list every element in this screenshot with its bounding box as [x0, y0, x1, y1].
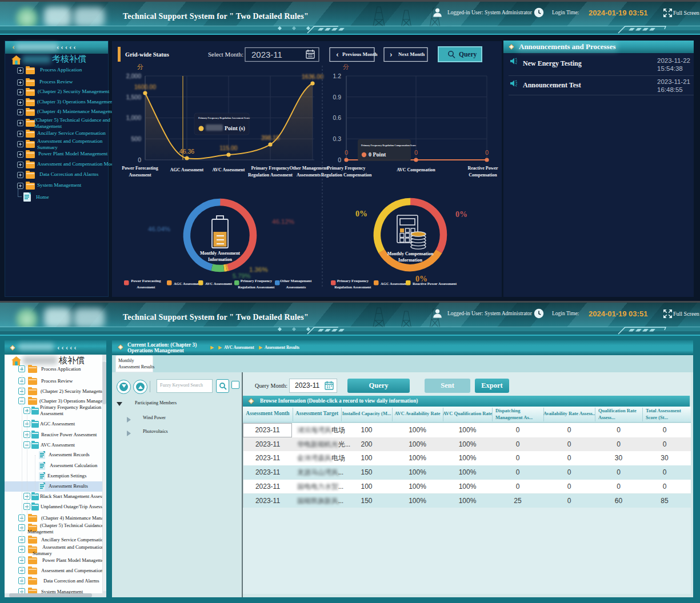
svg-text:Power Forecasting: Power Forecasting	[122, 166, 158, 171]
svg-text:Reactive Power Assessment: Reactive Power Assessment	[413, 282, 457, 286]
svg-text:Point (s): Point (s)	[225, 125, 245, 132]
svg-text:Power Forecasting: Power Forecasting	[131, 279, 161, 283]
svg-text:0: 0	[414, 149, 418, 156]
svg-text:2023-11: 2023-11	[251, 50, 282, 59]
svg-text:AVC Assessment: AVC Assessment	[205, 282, 233, 286]
svg-text:‹: ‹	[336, 50, 339, 59]
svg-text:0 Point: 0 Point	[369, 151, 386, 158]
svg-text:Information: Information	[398, 258, 422, 263]
svg-text:46.12%: 46.12%	[272, 218, 294, 225]
svg-text:1,500: 1,500	[126, 94, 141, 100]
svg-text:1.36%: 1.36%	[249, 266, 268, 273]
svg-text:Primary Frequency Regulation A: Primary Frequency Regulation Assessment …	[198, 116, 250, 119]
svg-text:Primary Frequency: Primary Frequency	[251, 166, 289, 171]
svg-text:1636.00: 1636.00	[302, 73, 323, 80]
svg-text:1.2: 1.2	[333, 73, 341, 79]
svg-text:AVC Assessment: AVC Assessment	[213, 167, 245, 172]
svg-text:Regulation Assessment: Regulation Assessment	[248, 172, 293, 178]
svg-text:0: 0	[345, 149, 348, 156]
svg-text:0: 0	[485, 149, 489, 156]
svg-text:0%: 0%	[455, 210, 467, 219]
svg-text:Monthly Assessment: Monthly Assessment	[200, 251, 240, 256]
svg-text:分: 分	[137, 63, 143, 70]
svg-text:0.9: 0.9	[333, 94, 341, 100]
svg-text:Assessments: Assessments	[286, 285, 306, 289]
svg-text:2,000: 2,000	[126, 73, 141, 79]
svg-text:Other Management: Other Management	[280, 279, 312, 283]
svg-text:Previous Month: Previous Month	[342, 51, 378, 57]
svg-text:0%: 0%	[355, 210, 367, 218]
svg-text:1,000: 1,000	[126, 114, 141, 121]
svg-text:Compensation: Compensation	[469, 172, 497, 178]
svg-text:0.3: 0.3	[333, 135, 341, 142]
svg-text:Regulation Compensation: Regulation Compensation	[321, 172, 372, 178]
svg-text:AGC Assessment: AGC Assessment	[170, 167, 204, 172]
svg-text:AGC Assessment: AGC Assessment	[174, 282, 202, 286]
svg-text:Primary Frequency: Primary Frequency	[327, 166, 365, 171]
svg-text:Primary Frequency Regulation C: Primary Frequency Regulation Compensatio…	[361, 144, 416, 147]
svg-text:0: 0	[338, 156, 341, 163]
svg-text:AGC Assessment: AGC Assessment	[381, 282, 409, 286]
svg-text:Assessments: Assessments	[297, 172, 321, 178]
svg-text:Reactive Power: Reactive Power	[467, 166, 498, 171]
svg-text:Assessment: Assessment	[129, 172, 151, 178]
svg-text:Assessment: Assessment	[137, 285, 155, 289]
svg-text:Next Month: Next Month	[398, 51, 425, 57]
svg-text:分: 分	[343, 63, 349, 70]
svg-text:115.00: 115.00	[219, 144, 237, 151]
svg-text:46.36: 46.36	[179, 148, 194, 155]
svg-text:398.15: 398.15	[261, 134, 279, 141]
svg-text:Information: Information	[208, 257, 232, 262]
svg-text:500: 500	[131, 135, 141, 142]
svg-text:0.6: 0.6	[333, 114, 341, 121]
svg-text:Regulation Assessment: Regulation Assessment	[334, 285, 371, 289]
svg-text:1600.00: 1600.00	[134, 83, 156, 90]
svg-text:Select Month:: Select Month:	[208, 51, 243, 58]
svg-text:Query: Query	[459, 51, 477, 58]
svg-text:46.04%: 46.04%	[148, 226, 170, 232]
svg-text:Primary Frequency: Primary Frequency	[337, 279, 369, 283]
svg-text:AVC Compensation: AVC Compensation	[397, 167, 435, 172]
svg-text:Monthly Compensation: Monthly Compensation	[387, 251, 434, 256]
svg-text:›: ›	[390, 50, 393, 59]
svg-text:Regulation Assessment: Regulation Assessment	[238, 285, 275, 289]
svg-text:Primary Frequency: Primary Frequency	[241, 279, 273, 283]
svg-text:0: 0	[138, 156, 141, 163]
svg-text:Grid-wide Status: Grid-wide Status	[125, 51, 169, 58]
